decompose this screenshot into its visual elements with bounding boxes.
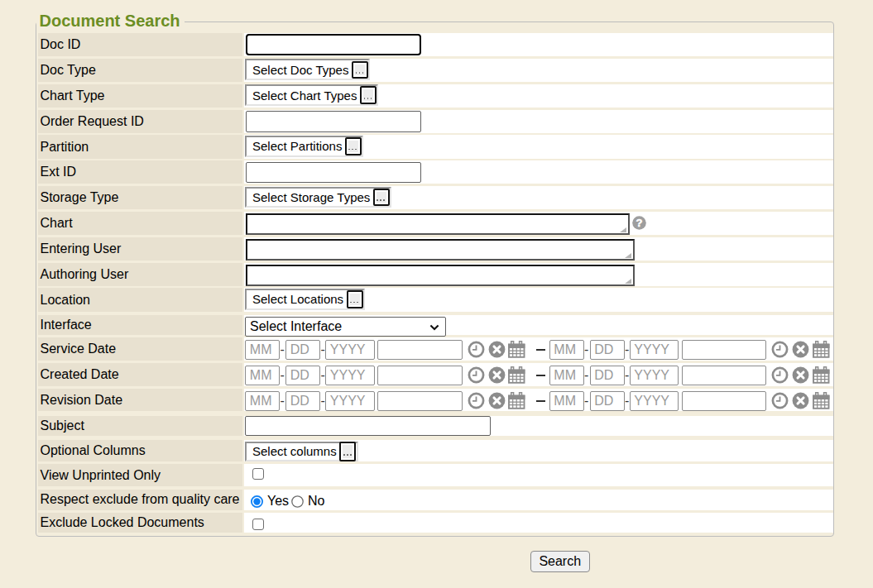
svg-text:?: ? — [636, 217, 643, 229]
